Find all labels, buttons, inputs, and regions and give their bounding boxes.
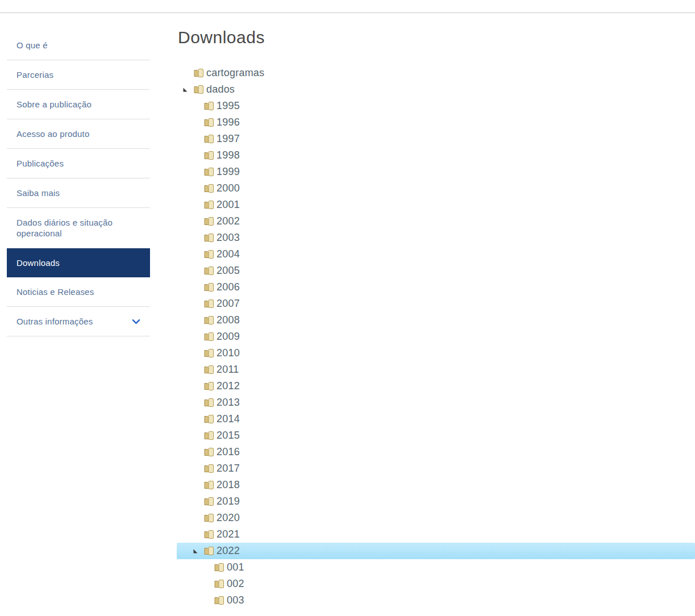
tree-node-2014[interactable]: 2014 (177, 411, 695, 427)
tree-node-label[interactable]: 002 (227, 576, 244, 592)
tree-indent (177, 139, 190, 139)
tree-node-label[interactable]: 2016 (217, 444, 240, 460)
tree-node-001[interactable]: 001 (177, 559, 695, 576)
tree-node-label[interactable]: 2022 (217, 543, 240, 559)
tree-indent (177, 501, 190, 502)
folder-icon (204, 134, 214, 144)
tree-node-2008[interactable]: 2008 (177, 312, 695, 328)
tree-node-2003[interactable]: 2003 (177, 230, 695, 246)
folder-icon (204, 299, 214, 309)
tree-node-label[interactable]: 001 (227, 559, 244, 576)
tree-node-label[interactable]: 2015 (217, 427, 240, 444)
tree-node-1995[interactable]: 1995 (177, 98, 695, 114)
tree-node-2004[interactable]: 2004 (177, 246, 695, 263)
tree-node-label[interactable]: 2017 (217, 460, 240, 477)
tree-node-2013[interactable]: 2013 (177, 394, 695, 411)
tree-node-2016[interactable]: 2016 (177, 444, 695, 460)
sidebar-item-publicacoes[interactable]: Publicações (7, 149, 150, 178)
tree-indent (177, 567, 201, 568)
tree-node-2015[interactable]: 2015 (177, 427, 695, 444)
tree-node-label[interactable]: 2001 (217, 197, 240, 213)
tree-node-2010[interactable]: 2010 (177, 345, 695, 361)
folder-icon (204, 398, 214, 407)
sidebar-item-label: Noticias e Releases (16, 286, 94, 297)
tree-node-2001[interactable]: 2001 (177, 197, 695, 213)
tree-node-label[interactable]: 2014 (217, 411, 240, 427)
tree-node-label[interactable]: 2005 (217, 263, 240, 279)
sidebar-item-saiba-mais[interactable]: Saiba mais (7, 178, 150, 208)
sidebar-item-acesso-ao-produto[interactable]: Acesso ao produto (7, 119, 150, 149)
folder-icon (204, 414, 214, 424)
tree-indent (177, 452, 190, 452)
tree-node-label[interactable]: 2018 (217, 477, 240, 493)
page-top-divider (0, 13, 695, 13)
chevron-down-icon[interactable] (132, 318, 140, 325)
tree-node-002[interactable]: 002 (177, 576, 695, 592)
sidebar-item-label: Outras informações (16, 316, 93, 327)
sidebar-item-noticias-e-releases[interactable]: Noticias e Releases (7, 277, 150, 307)
folder-icon (204, 431, 214, 440)
sidebar-item-parcerias[interactable]: Parcerias (7, 60, 150, 90)
tree-node-2007[interactable]: 2007 (177, 295, 695, 312)
tree-indent (177, 320, 190, 321)
tree-node-label[interactable]: 2007 (217, 295, 240, 312)
expanded-arrow-icon[interactable] (180, 87, 194, 93)
tree-node-2006[interactable]: 2006 (177, 279, 695, 295)
tree-node-label[interactable]: 1995 (217, 98, 240, 114)
folder-icon (204, 249, 214, 259)
tree-node-label[interactable]: dados (206, 81, 235, 98)
tree-node-2005[interactable]: 2005 (177, 263, 695, 279)
sidebar-item-outras-informacoes[interactable]: Outras informações (7, 307, 150, 336)
tree-node-label[interactable]: 2019 (217, 493, 240, 510)
tree-node-label[interactable]: 2002 (217, 213, 240, 230)
tree-node-2000[interactable]: 2000 (177, 180, 695, 197)
tree-node-label[interactable]: 2009 (217, 328, 240, 345)
tree-node-2022[interactable]: 2022 (177, 543, 695, 559)
tree-node-label[interactable]: 003 (227, 592, 244, 609)
tree-node-1998[interactable]: 1998 (177, 147, 695, 164)
tree-node-2018[interactable]: 2018 (177, 477, 695, 493)
sidebar-item-downloads[interactable]: Downloads (7, 248, 150, 277)
tree-node-2017[interactable]: 2017 (177, 460, 695, 477)
tree-indent (177, 172, 190, 172)
tree-indent (177, 386, 190, 386)
tree-node-label[interactable]: 2011 (217, 361, 239, 378)
sidebar-item-dados-diarios-e-situacao-operacional[interactable]: Dados diários e situação operacional (7, 208, 150, 248)
folder-icon (204, 266, 214, 276)
tree-node-003[interactable]: 003 (177, 592, 695, 609)
sidebar-item-label: Acesso ao produto (16, 128, 89, 139)
tree-node-label[interactable]: 2013 (217, 394, 240, 411)
tree-node-label[interactable]: 2021 (217, 526, 240, 543)
tree-node-label[interactable]: 1997 (217, 131, 240, 147)
tree-node-label[interactable]: 2003 (217, 230, 240, 246)
tree-node-label[interactable]: 2012 (217, 378, 240, 394)
tree-node-2012[interactable]: 2012 (177, 378, 695, 394)
tree-node-label[interactable]: 2006 (217, 279, 240, 295)
tree-node-label[interactable]: 1999 (217, 164, 240, 180)
tree-node-label[interactable]: 1996 (217, 114, 240, 131)
sidebar-item-o-que-e[interactable]: O que é (7, 31, 150, 60)
sidebar-item-sobre-a-publicacao[interactable]: Sobre a publicação (7, 90, 150, 119)
tree-node-2019[interactable]: 2019 (177, 493, 695, 510)
tree-node-label[interactable]: 2000 (217, 180, 240, 197)
tree-node-label[interactable]: 2020 (217, 510, 240, 526)
tree-node-1997[interactable]: 1997 (177, 131, 695, 147)
sidebar-nav: O que éParceriasSobre a publicaçãoAcesso… (7, 31, 150, 336)
tree-node-2011[interactable]: 2011 (177, 361, 695, 378)
tree-node-label[interactable]: 2010 (217, 345, 240, 361)
folder-icon (204, 381, 214, 391)
folder-icon (204, 480, 214, 490)
expanded-arrow-icon[interactable] (190, 548, 204, 554)
tree-node-1996[interactable]: 1996 (177, 114, 695, 131)
tree-node-dados[interactable]: dados (177, 81, 695, 98)
tree-node-1999[interactable]: 1999 (177, 164, 695, 180)
tree-node-2009[interactable]: 2009 (177, 328, 695, 345)
tree-node-2021[interactable]: 2021 (177, 526, 695, 543)
tree-node-2002[interactable]: 2002 (177, 213, 695, 230)
tree-node-label[interactable]: 1998 (217, 147, 240, 164)
tree-node-cartogramas[interactable]: cartogramas (177, 65, 695, 81)
tree-node-label[interactable]: 2004 (217, 246, 240, 263)
tree-node-label[interactable]: 2008 (217, 312, 240, 328)
tree-node-2020[interactable]: 2020 (177, 510, 695, 526)
tree-node-label[interactable]: cartogramas (206, 65, 264, 81)
